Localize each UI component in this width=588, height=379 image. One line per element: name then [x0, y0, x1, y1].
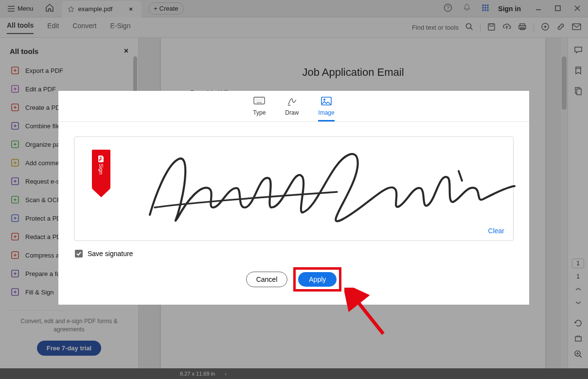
apply-button[interactable]: Apply [298, 272, 337, 287]
signature-modal: Type Draw Image Sign Clear Save signatur… [58, 91, 529, 305]
modal-buttons: Cancel Apply [58, 267, 529, 292]
signature-image [121, 139, 519, 232]
clear-button[interactable]: Clear [488, 227, 504, 235]
cancel-button[interactable]: Cancel [246, 272, 288, 287]
image-icon [321, 97, 332, 105]
apply-highlight: Apply [293, 267, 341, 292]
keyboard-icon [253, 97, 265, 104]
svg-rect-37 [254, 97, 265, 104]
save-signature-checkbox[interactable] [75, 250, 83, 258]
modal-tab-type[interactable]: Type [253, 97, 266, 121]
modal-tabs: Type Draw Image [58, 91, 529, 122]
modal-tab-draw[interactable]: Draw [285, 97, 299, 121]
sign-ribbon: Sign [92, 150, 110, 189]
save-signature-label: Save signature [88, 250, 133, 258]
svg-point-39 [323, 99, 325, 101]
ribbon-label: Sign [98, 164, 104, 174]
pen-icon [286, 97, 297, 106]
save-signature-row: Save signature [58, 241, 529, 258]
signature-preview-box: Sign Clear [74, 137, 514, 241]
modal-tab-image[interactable]: Image [318, 97, 334, 121]
